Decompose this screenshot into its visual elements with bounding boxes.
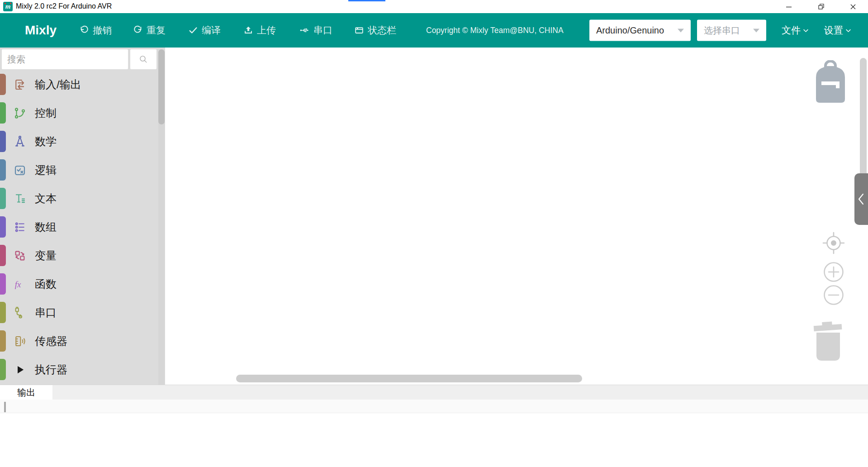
trash-icon[interactable]	[812, 321, 844, 362]
serial-label: 串口	[313, 24, 332, 37]
category-label: 数组	[35, 220, 57, 234]
category-color-bar	[0, 102, 6, 124]
category-label: 逻辑	[35, 163, 57, 177]
center-view-icon[interactable]	[822, 231, 845, 255]
blockly-workspace[interactable]	[165, 48, 868, 385]
undo-icon	[79, 25, 89, 35]
file-menu[interactable]: 文件	[782, 24, 809, 37]
search-button[interactable]	[130, 49, 157, 69]
category-logic[interactable]: 逻辑	[0, 156, 158, 184]
statusbar-button[interactable]: 状态栏	[354, 24, 396, 37]
minimize-button[interactable]	[775, 0, 802, 13]
category-color-bar	[0, 273, 6, 295]
text-t-icon	[13, 191, 27, 206]
category-color-bar	[0, 216, 6, 238]
redo-label: 重复	[147, 24, 166, 37]
category-color-bar	[0, 245, 6, 266]
file-menu-label: 文件	[782, 24, 801, 37]
zoom-out-icon[interactable]	[823, 285, 844, 305]
category-label: 函数	[35, 277, 57, 291]
category-control[interactable]: 控制	[0, 99, 158, 127]
chevron-down-icon	[753, 29, 759, 32]
port-select[interactable]: 选择串口	[697, 20, 766, 41]
category-actuator[interactable]: 执行器	[0, 355, 158, 384]
compass-icon	[13, 134, 27, 149]
category-color-bar	[0, 159, 6, 181]
undo-button[interactable]: 撤销	[79, 24, 112, 37]
port-select-value: 选择串口	[704, 24, 740, 37]
cable-icon	[13, 305, 27, 320]
undo-label: 撤销	[93, 24, 112, 37]
category-color-bar	[0, 359, 6, 380]
chevron-down-icon	[802, 27, 809, 34]
statusbar-label: 状态栏	[368, 24, 396, 37]
svg-text:fx: fx	[15, 279, 21, 289]
chevron-down-icon	[845, 27, 852, 34]
category-label: 串口	[35, 305, 57, 320]
redo-button[interactable]: 重复	[133, 24, 166, 37]
category-sensor[interactable]: 传感器	[0, 327, 158, 355]
category-math[interactable]: 数学	[0, 127, 158, 156]
category-label: 控制	[35, 106, 57, 120]
tab-output[interactable]: 输出	[0, 385, 52, 400]
search-icon	[138, 54, 149, 65]
category-label: 文本	[35, 191, 57, 206]
upload-button[interactable]: 上传	[243, 24, 276, 37]
block-category-sidebar: 输入/输出 控制 数学	[0, 48, 165, 385]
serial-monitor-button[interactable]: 串口	[299, 24, 332, 37]
close-button[interactable]	[840, 0, 867, 13]
category-label: 数学	[35, 134, 57, 149]
window-titlebar: m Mixly 2.0 rc2 For Arduino AVR	[0, 0, 868, 13]
close-icon	[850, 4, 856, 10]
fx-icon: fx	[13, 277, 27, 291]
category-color-bar	[0, 74, 6, 95]
category-label: 变量	[35, 248, 57, 263]
category-input-output[interactable]: 输入/输出	[0, 70, 158, 99]
list-icon	[13, 220, 27, 234]
branch-icon	[13, 106, 27, 120]
canvas-horizontal-scrollbar[interactable]	[236, 375, 582, 382]
copyright-text: Copyright © Mixly Team@BNU, CHINA	[426, 26, 564, 35]
check-icon	[188, 25, 198, 35]
swap-icon	[13, 248, 27, 263]
category-text[interactable]: 文本	[0, 184, 158, 213]
category-label: 传感器	[35, 334, 67, 348]
search-input[interactable]	[2, 49, 128, 69]
zoom-in-icon[interactable]	[823, 262, 844, 282]
board-select-value: Arduino/Genuino	[596, 25, 664, 36]
output-caret	[4, 402, 6, 412]
restore-icon	[818, 3, 825, 10]
titlebar-accent-line	[348, 0, 385, 1]
sidebar-scrollbar-thumb[interactable]	[158, 49, 165, 124]
upload-icon	[243, 25, 253, 35]
category-color-bar	[0, 302, 6, 323]
settings-menu-label: 设置	[824, 24, 843, 37]
output-console[interactable]	[0, 400, 868, 467]
minimize-icon	[786, 4, 792, 10]
redo-icon	[133, 25, 143, 35]
category-array[interactable]: 数组	[0, 213, 158, 241]
category-color-bar	[0, 330, 6, 352]
play-icon	[13, 362, 27, 377]
sensor-icon	[13, 334, 27, 348]
category-color-bar	[0, 131, 6, 152]
settings-menu[interactable]: 设置	[824, 24, 852, 37]
restore-button[interactable]	[807, 0, 835, 13]
category-variable[interactable]: 变量	[0, 241, 158, 270]
brand-label: Mixly	[25, 23, 57, 38]
window-title: Mixly 2.0 rc2 For Arduino AVR	[16, 2, 112, 10]
collapse-panel-handle[interactable]	[854, 173, 868, 225]
output-tabbar: 输出	[0, 385, 868, 400]
output-row	[0, 400, 868, 413]
compile-button[interactable]: 编译	[188, 24, 221, 37]
chevron-down-icon	[678, 29, 684, 32]
board-select[interactable]: Arduino/Genuino	[589, 20, 691, 41]
category-serial[interactable]: 串口	[0, 298, 158, 327]
backpack-icon[interactable]	[816, 60, 845, 103]
check-x-icon	[13, 163, 27, 177]
category-label: 输入/输出	[35, 77, 81, 92]
mixly-logo-icon: m	[3, 2, 13, 11]
category-color-bar	[0, 188, 6, 209]
category-function[interactable]: fx 函数	[0, 270, 158, 298]
output-tab-label: 输出	[17, 386, 35, 399]
